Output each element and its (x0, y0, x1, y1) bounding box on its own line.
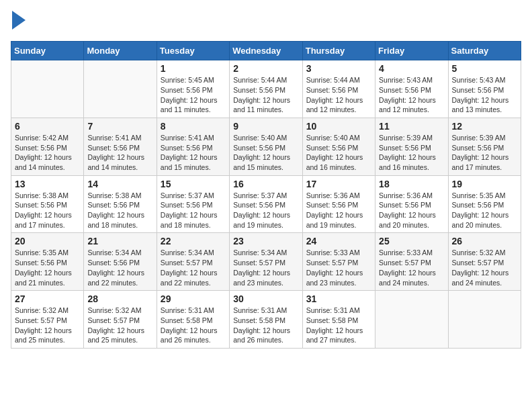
calendar-cell: 2Sunrise: 5:44 AM Sunset: 5:56 PM Daylig… (230, 60, 302, 118)
day-info: Sunrise: 5:34 AM Sunset: 5:57 PM Dayligh… (161, 248, 226, 287)
day-number: 28 (87, 293, 152, 304)
day-info: Sunrise: 5:35 AM Sunset: 5:56 PM Dayligh… (15, 248, 80, 287)
day-number: 10 (306, 121, 371, 132)
day-number: 13 (15, 179, 80, 189)
day-info: Sunrise: 5:42 AM Sunset: 5:56 PM Dayligh… (15, 133, 80, 173)
day-info: Sunrise: 5:36 AM Sunset: 5:56 PM Dayligh… (379, 191, 444, 230)
day-info: Sunrise: 5:37 AM Sunset: 5:56 PM Dayligh… (161, 191, 226, 230)
calendar-cell: 31Sunrise: 5:31 AM Sunset: 5:58 PM Dayli… (302, 291, 375, 349)
calendar-header-row: SundayMondayTuesdayWednesdayThursdayFrid… (11, 42, 521, 60)
day-info: Sunrise: 5:41 AM Sunset: 5:56 PM Dayligh… (87, 133, 152, 173)
calendar-week-4: 20Sunrise: 5:35 AM Sunset: 5:56 PM Dayli… (11, 233, 521, 291)
calendar-cell: 19Sunrise: 5:35 AM Sunset: 5:56 PM Dayli… (448, 175, 521, 233)
day-number: 30 (233, 293, 298, 304)
weekday-header-wednesday: Wednesday (230, 42, 302, 60)
calendar-cell (84, 60, 157, 118)
day-number: 5 (452, 63, 517, 74)
day-info: Sunrise: 5:32 AM Sunset: 5:57 PM Dayligh… (452, 248, 517, 287)
calendar-cell: 28Sunrise: 5:32 AM Sunset: 5:57 PM Dayli… (84, 291, 157, 349)
day-number: 3 (306, 63, 371, 74)
day-number: 12 (452, 121, 517, 132)
weekday-header-monday: Monday (84, 42, 157, 60)
weekday-header-thursday: Thursday (302, 42, 375, 60)
day-number: 23 (233, 236, 298, 246)
day-number: 25 (379, 236, 444, 246)
logo-icon (12, 11, 26, 30)
calendar-cell: 21Sunrise: 5:34 AM Sunset: 5:56 PM Dayli… (84, 233, 157, 291)
day-info: Sunrise: 5:37 AM Sunset: 5:56 PM Dayligh… (233, 191, 298, 230)
calendar-cell: 11Sunrise: 5:39 AM Sunset: 5:56 PM Dayli… (375, 118, 448, 175)
calendar-cell: 5Sunrise: 5:43 AM Sunset: 5:56 PM Daylig… (448, 60, 521, 118)
day-info: Sunrise: 5:43 AM Sunset: 5:56 PM Dayligh… (452, 75, 517, 115)
calendar-cell: 27Sunrise: 5:32 AM Sunset: 5:57 PM Dayli… (11, 291, 84, 349)
day-number: 21 (87, 236, 152, 246)
calendar-table: SundayMondayTuesdayWednesdayThursdayFrid… (11, 41, 521, 349)
day-number: 14 (87, 179, 152, 189)
calendar-cell (375, 291, 448, 349)
day-number: 31 (306, 293, 371, 304)
day-info: Sunrise: 5:33 AM Sunset: 5:57 PM Dayligh… (306, 248, 371, 287)
day-info: Sunrise: 5:32 AM Sunset: 5:57 PM Dayligh… (15, 306, 80, 345)
logo-text (11, 11, 26, 33)
day-number: 22 (161, 236, 226, 246)
day-info: Sunrise: 5:39 AM Sunset: 5:56 PM Dayligh… (379, 133, 444, 173)
day-info: Sunrise: 5:41 AM Sunset: 5:56 PM Dayligh… (161, 133, 226, 173)
calendar-week-1: 1Sunrise: 5:45 AM Sunset: 5:56 PM Daylig… (11, 60, 521, 118)
calendar-cell: 25Sunrise: 5:33 AM Sunset: 5:57 PM Dayli… (375, 233, 448, 291)
day-info: Sunrise: 5:31 AM Sunset: 5:58 PM Dayligh… (233, 306, 298, 345)
day-info: Sunrise: 5:39 AM Sunset: 5:56 PM Dayligh… (452, 133, 517, 173)
day-info: Sunrise: 5:44 AM Sunset: 5:56 PM Dayligh… (306, 75, 371, 115)
calendar-cell: 3Sunrise: 5:44 AM Sunset: 5:56 PM Daylig… (302, 60, 375, 118)
calendar-cell: 22Sunrise: 5:34 AM Sunset: 5:57 PM Dayli… (157, 233, 229, 291)
day-number: 2 (233, 63, 298, 74)
day-number: 6 (15, 121, 80, 132)
day-number: 7 (87, 121, 152, 132)
calendar-cell: 18Sunrise: 5:36 AM Sunset: 5:56 PM Dayli… (375, 175, 448, 233)
day-number: 17 (306, 179, 371, 189)
calendar-cell: 20Sunrise: 5:35 AM Sunset: 5:56 PM Dayli… (11, 233, 84, 291)
calendar-cell: 7Sunrise: 5:41 AM Sunset: 5:56 PM Daylig… (84, 118, 157, 175)
calendar-cell: 6Sunrise: 5:42 AM Sunset: 5:56 PM Daylig… (11, 118, 84, 175)
calendar-week-5: 27Sunrise: 5:32 AM Sunset: 5:57 PM Dayli… (11, 291, 521, 349)
day-info: Sunrise: 5:31 AM Sunset: 5:58 PM Dayligh… (161, 306, 226, 345)
day-info: Sunrise: 5:40 AM Sunset: 5:56 PM Dayligh… (233, 133, 298, 173)
calendar-cell: 10Sunrise: 5:40 AM Sunset: 5:56 PM Dayli… (302, 118, 375, 175)
day-number: 8 (161, 121, 226, 132)
day-number: 4 (379, 63, 444, 74)
weekday-header-sunday: Sunday (11, 42, 84, 60)
day-number: 29 (161, 293, 226, 304)
day-number: 11 (379, 121, 444, 132)
calendar-cell: 4Sunrise: 5:43 AM Sunset: 5:56 PM Daylig… (375, 60, 448, 118)
day-number: 16 (233, 179, 298, 189)
day-info: Sunrise: 5:36 AM Sunset: 5:56 PM Dayligh… (306, 191, 371, 230)
weekday-header-saturday: Saturday (448, 42, 521, 60)
day-number: 19 (452, 179, 517, 189)
day-number: 15 (161, 179, 226, 189)
calendar-cell: 29Sunrise: 5:31 AM Sunset: 5:58 PM Dayli… (157, 291, 229, 349)
day-number: 9 (233, 121, 298, 132)
calendar-cell: 16Sunrise: 5:37 AM Sunset: 5:56 PM Dayli… (230, 175, 302, 233)
calendar-cell: 26Sunrise: 5:32 AM Sunset: 5:57 PM Dayli… (448, 233, 521, 291)
calendar-cell: 15Sunrise: 5:37 AM Sunset: 5:56 PM Dayli… (157, 175, 229, 233)
svg-marker-0 (12, 11, 26, 30)
calendar-cell: 12Sunrise: 5:39 AM Sunset: 5:56 PM Dayli… (448, 118, 521, 175)
day-info: Sunrise: 5:40 AM Sunset: 5:56 PM Dayligh… (306, 133, 371, 173)
day-number: 20 (15, 236, 80, 246)
calendar-cell: 9Sunrise: 5:40 AM Sunset: 5:56 PM Daylig… (230, 118, 302, 175)
day-info: Sunrise: 5:45 AM Sunset: 5:56 PM Dayligh… (161, 75, 226, 115)
calendar-cell: 17Sunrise: 5:36 AM Sunset: 5:56 PM Dayli… (302, 175, 375, 233)
logo (11, 11, 26, 33)
day-info: Sunrise: 5:44 AM Sunset: 5:56 PM Dayligh… (233, 75, 298, 115)
day-info: Sunrise: 5:34 AM Sunset: 5:57 PM Dayligh… (233, 248, 298, 287)
day-info: Sunrise: 5:35 AM Sunset: 5:56 PM Dayligh… (452, 191, 517, 230)
day-number: 27 (15, 293, 80, 304)
day-info: Sunrise: 5:34 AM Sunset: 5:56 PM Dayligh… (87, 248, 152, 287)
calendar-cell: 24Sunrise: 5:33 AM Sunset: 5:57 PM Dayli… (302, 233, 375, 291)
day-info: Sunrise: 5:31 AM Sunset: 5:58 PM Dayligh… (306, 306, 371, 345)
day-number: 24 (306, 236, 371, 246)
calendar-week-3: 13Sunrise: 5:38 AM Sunset: 5:56 PM Dayli… (11, 175, 521, 233)
day-info: Sunrise: 5:43 AM Sunset: 5:56 PM Dayligh… (379, 75, 444, 115)
day-info: Sunrise: 5:33 AM Sunset: 5:57 PM Dayligh… (379, 248, 444, 287)
calendar-cell: 8Sunrise: 5:41 AM Sunset: 5:56 PM Daylig… (157, 118, 229, 175)
weekday-header-friday: Friday (375, 42, 448, 60)
